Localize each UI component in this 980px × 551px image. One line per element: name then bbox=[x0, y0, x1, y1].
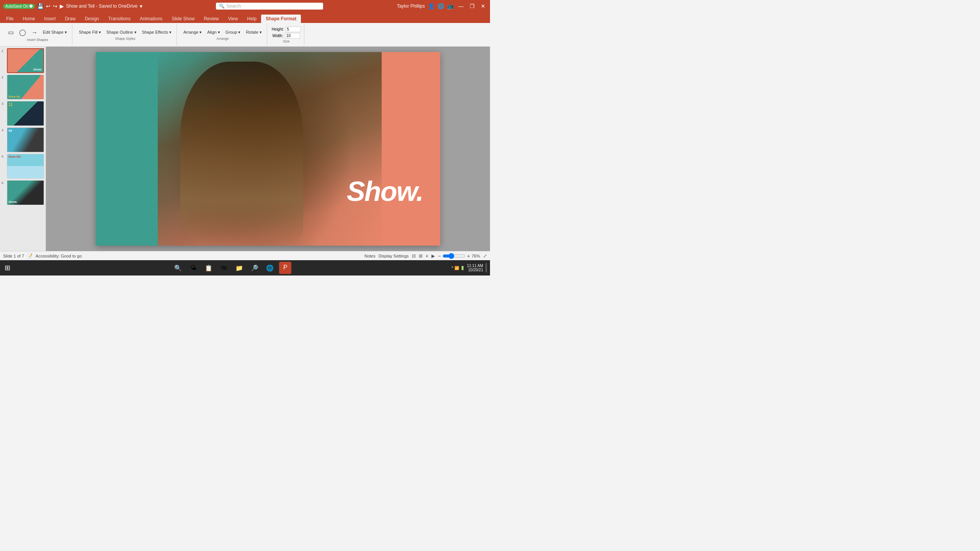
slide-item-1[interactable]: 1 Show. bbox=[2, 48, 44, 73]
zoom-percent: 76% bbox=[472, 254, 480, 258]
slide-info: Slide 1 of 7 bbox=[3, 254, 24, 258]
slide-number-6: 6 bbox=[2, 180, 5, 185]
slide-item-2[interactable]: 2 Show Up bbox=[2, 75, 44, 99]
windows-start-button[interactable]: ⊞ bbox=[3, 262, 12, 274]
shape-arrow-btn[interactable]: → bbox=[29, 28, 39, 37]
taskbar-search2[interactable]: 🔎 bbox=[248, 262, 261, 274]
tab-help[interactable]: Help bbox=[243, 15, 261, 23]
status-bar: Slide 1 of 7 📝 Accessibility: Good to go… bbox=[0, 251, 490, 260]
ribbon-tabs: File Home Insert Draw Design Transitions… bbox=[0, 12, 490, 23]
dropdown-icon[interactable]: ▾ bbox=[140, 3, 142, 9]
normal-view-icon[interactable]: ⊟ bbox=[412, 253, 416, 259]
ribbon-group-shape-styles-label: Shape Styles bbox=[115, 37, 135, 41]
search-bar[interactable]: 🔍 Search bbox=[216, 3, 323, 10]
rotate-btn[interactable]: Rotate ▾ bbox=[244, 29, 263, 36]
taskbar-search[interactable]: 🔍 bbox=[172, 262, 184, 274]
slide-item-4[interactable]: 4 S8 bbox=[2, 127, 44, 152]
tab-insert[interactable]: Insert bbox=[39, 15, 60, 23]
present-icon[interactable]: ▶ bbox=[60, 3, 64, 9]
tab-view[interactable]: View bbox=[224, 15, 243, 23]
taskbar: ⊞ 🔍 🌤 📋 🛍 📁 🔎 🌐 P ^ 📶 🔋 11:11 AM 10/20/2… bbox=[0, 260, 490, 276]
fit-icon[interactable]: ⤢ bbox=[483, 253, 487, 259]
edit-shape-btn[interactable]: Edit Shape ▾ bbox=[41, 29, 69, 36]
tab-file[interactable]: File bbox=[2, 15, 18, 23]
ribbon-group-insert-shapes: ▭ ◯ → Edit Shape ▾ Insert Shapes bbox=[3, 24, 72, 46]
show-desktop-button[interactable] bbox=[485, 263, 487, 272]
ribbon-group-arrange: Arrange ▾ Align ▾ Group ▾ Rotate ▾ Arran… bbox=[178, 24, 267, 46]
connected-icon: 🌐 bbox=[438, 3, 444, 9]
tab-animations[interactable]: Animations bbox=[135, 15, 167, 23]
slide-canvas[interactable]: Show. bbox=[96, 52, 440, 246]
file-title: Show and Tell - Saved to OneDrive bbox=[66, 3, 138, 9]
autosave-state: On bbox=[23, 4, 28, 8]
status-right: Notes Display Settings ⊟ ⊞ ≡ ▶ − + 76% ⤢ bbox=[364, 253, 487, 259]
reading-view-icon[interactable]: ≡ bbox=[426, 253, 428, 259]
arrange-btn[interactable]: Arrange ▾ bbox=[181, 29, 204, 36]
slide-item-5[interactable]: 5 Show Off. bbox=[2, 154, 44, 179]
slide-3-text: 11 bbox=[8, 103, 13, 107]
notes-button[interactable]: Notes bbox=[364, 254, 376, 258]
taskbar-edge[interactable]: 🌐 bbox=[264, 262, 276, 274]
slide-number-3: 3 bbox=[2, 101, 5, 106]
slide-1-text: Show. bbox=[33, 68, 42, 71]
shape-rect-btn[interactable]: ▭ bbox=[6, 28, 16, 37]
canvas-area: Show. bbox=[46, 47, 490, 251]
taskbar-teams[interactable]: 📋 bbox=[203, 262, 215, 274]
zoom-in-button[interactable]: + bbox=[467, 253, 470, 259]
main-area: 1 Show. 2 Show Up 3 11 bbox=[0, 47, 490, 251]
tab-design[interactable]: Design bbox=[80, 15, 103, 23]
search-placeholder: Search bbox=[226, 3, 241, 9]
tab-transitions[interactable]: Transitions bbox=[104, 15, 135, 23]
ribbon-row-styles: Shape Fill ▾ Shape Outline ▾ Shape Effec… bbox=[77, 29, 173, 36]
taskbar-powerpoint[interactable]: P bbox=[279, 262, 291, 274]
present-icon[interactable]: ▶ bbox=[431, 253, 435, 259]
ribbon-group-size: Height: Width: Size bbox=[269, 24, 304, 46]
save-icon[interactable]: 💾 bbox=[37, 3, 44, 9]
taskbar-store[interactable]: 🛍 bbox=[218, 262, 230, 274]
taskbar-explorer[interactable]: 📁 bbox=[233, 262, 245, 274]
slide-photo[interactable] bbox=[158, 52, 382, 246]
slide-thumb-6[interactable]: Show. bbox=[7, 180, 44, 205]
width-input[interactable] bbox=[285, 33, 300, 39]
title-bar: AutoSave On 💾 ↩ ↪ ▶ Show and Tell - Save… bbox=[0, 0, 490, 12]
grid-view-icon[interactable]: ⊞ bbox=[419, 253, 423, 259]
restore-button[interactable]: ❐ bbox=[468, 3, 476, 9]
slide-6-text: Show. bbox=[8, 200, 17, 204]
shape-fill-btn[interactable]: Shape Fill ▾ bbox=[77, 29, 103, 36]
slide-item-6[interactable]: 6 Show. bbox=[2, 180, 44, 205]
tab-slideshow[interactable]: Slide Show bbox=[167, 15, 199, 23]
tab-review[interactable]: Review bbox=[199, 15, 223, 23]
ribbon-group-size-label: Size bbox=[283, 39, 290, 43]
slide-item-3[interactable]: 3 11 bbox=[2, 101, 44, 126]
undo-icon[interactable]: ↩ bbox=[46, 3, 51, 9]
slide-thumb-1[interactable]: Show. bbox=[7, 48, 44, 73]
zoom-out-button[interactable]: − bbox=[438, 253, 441, 259]
autosave-toggle[interactable]: AutoSave On bbox=[3, 4, 35, 9]
minimize-button[interactable]: — bbox=[457, 3, 465, 9]
ribbon: ▭ ◯ → Edit Shape ▾ Insert Shapes Shape F… bbox=[0, 23, 490, 47]
slide-thumb-3[interactable]: 11 bbox=[7, 101, 44, 126]
taskbar-left: ⊞ bbox=[3, 262, 12, 274]
slide-thumb-2[interactable]: Show Up bbox=[7, 75, 44, 99]
system-tray-icons: ^ 📶 🔋 bbox=[451, 266, 464, 270]
shape-oval-btn[interactable]: ◯ bbox=[17, 28, 28, 37]
tab-shape-format[interactable]: Shape Format bbox=[261, 15, 301, 23]
zoom-slider[interactable] bbox=[443, 253, 466, 259]
tab-draw[interactable]: Draw bbox=[60, 15, 80, 23]
display-icon[interactable]: 📺 bbox=[447, 3, 454, 9]
redo-icon[interactable]: ↪ bbox=[53, 3, 57, 9]
shape-effects-btn[interactable]: Shape Effects ▾ bbox=[140, 29, 173, 36]
group-btn[interactable]: Group ▾ bbox=[224, 29, 243, 36]
shape-outline-btn[interactable]: Shape Outline ▾ bbox=[105, 29, 139, 36]
slide-thumb-4[interactable]: S8 bbox=[7, 127, 44, 152]
user-avatar[interactable]: 👤 bbox=[428, 3, 434, 9]
display-settings-button[interactable]: Display Settings bbox=[379, 254, 409, 258]
close-button[interactable]: ✕ bbox=[479, 3, 487, 9]
ribbon-row-width: Width: bbox=[273, 33, 300, 39]
height-input[interactable] bbox=[286, 26, 301, 32]
ribbon-group-insert-shapes-label: Insert Shapes bbox=[27, 38, 48, 42]
tab-home[interactable]: Home bbox=[18, 15, 39, 23]
align-btn[interactable]: Align ▾ bbox=[205, 29, 222, 36]
slide-thumb-5[interactable]: Show Off. bbox=[7, 154, 44, 179]
taskbar-widgets[interactable]: 🌤 bbox=[187, 262, 199, 274]
